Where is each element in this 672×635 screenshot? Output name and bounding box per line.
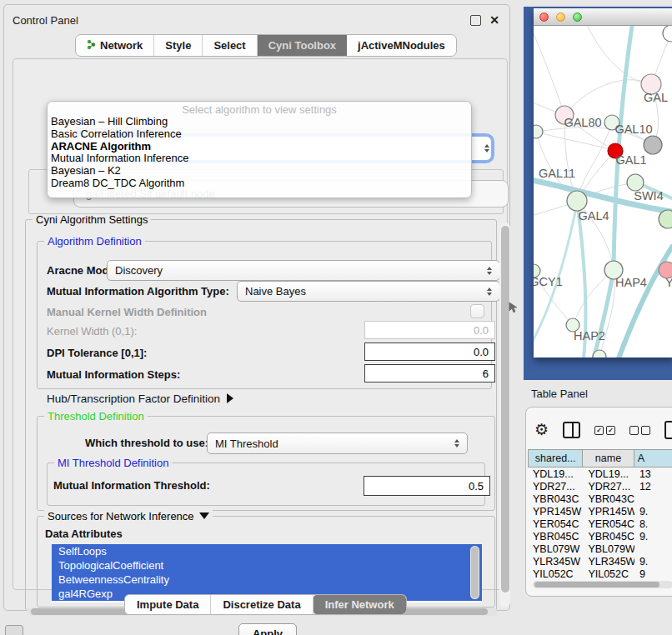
network-icon xyxy=(87,39,96,52)
algorithm-option[interactable]: Dream8 DC_TDC Algorithm xyxy=(48,178,471,190)
table-row[interactable]: YBL079WYBL079W xyxy=(528,542,672,555)
network-window[interactable]: GALGAL80GAL10GAL1GAL11SWI4GAL4GCY1HAP4YH… xyxy=(534,8,672,358)
algorithm-option[interactable]: ARACNE Algorithm xyxy=(48,141,471,153)
bottom-tab-infer-network[interactable]: Infer Network xyxy=(313,595,406,614)
node-label: SWI4 xyxy=(634,189,663,202)
algorithm-option[interactable]: Bayesian – K2 xyxy=(48,165,471,178)
deselect-all-icon[interactable] xyxy=(629,426,650,435)
table-toolbar: ⚙ ✓✓ xyxy=(534,419,672,441)
tab-label: Select xyxy=(213,39,245,52)
table-row[interactable]: YLR345WYLR345W9. xyxy=(528,555,672,568)
sources-title[interactable]: Sources for Network Inference xyxy=(44,510,213,522)
network-node[interactable] xyxy=(644,136,662,154)
network-node[interactable] xyxy=(663,26,672,42)
table-row[interactable]: YDR27...YDR27...12 xyxy=(528,480,672,492)
document-icon[interactable] xyxy=(664,421,672,439)
table-cell xyxy=(634,542,672,555)
column-header[interactable]: A xyxy=(634,449,672,468)
tab-label: Style xyxy=(165,39,191,52)
table-cell: YBL079W xyxy=(583,542,634,555)
mi-threshold-field[interactable]: 0.5 xyxy=(364,476,490,496)
apply-button[interactable]: Apply xyxy=(238,623,297,635)
gear-icon[interactable]: ⚙ xyxy=(534,422,549,438)
mi-threshold-definition-title: MI Threshold Definition xyxy=(54,457,172,469)
tab-select[interactable]: Select xyxy=(203,35,257,56)
table-cell: YLR345W xyxy=(583,555,634,568)
table-horizontal-scrollbar[interactable] xyxy=(533,581,672,588)
manual-kernel-label: Manual Kernel Width Definition xyxy=(47,306,207,318)
node-label: GAL80 xyxy=(564,116,601,129)
mouse-cursor xyxy=(509,302,519,313)
zoom-button[interactable] xyxy=(573,12,582,22)
bottom-tab-discretize-data[interactable]: Discretize Data xyxy=(211,595,313,614)
table-row[interactable]: YER054CYER054C8. xyxy=(528,518,672,530)
select-all-icon[interactable]: ✓✓ xyxy=(594,426,615,435)
algorithm-dropdown-popup: Select algorithm to view settings Bayesi… xyxy=(47,101,472,198)
mi-steps-field[interactable]: 6 xyxy=(364,364,495,382)
tab-network[interactable]: Network xyxy=(76,35,154,56)
mi-type-label: Mutual Information Algorithm Type: xyxy=(47,285,229,298)
control-panel-tabbar: NetworkStyleSelectCyni ToolboxjActiveMNo… xyxy=(75,34,457,57)
dpi-tolerance-field[interactable]: 0.0 xyxy=(364,342,495,361)
table-row[interactable]: YPR145WYPR145W9. xyxy=(528,505,672,518)
kernel-width-field[interactable]: 0.0 xyxy=(364,321,495,339)
attributes-scrollbar[interactable] xyxy=(470,546,479,599)
column-header[interactable]: shared... xyxy=(528,449,583,468)
table-cell: YER054C xyxy=(583,518,634,530)
manual-kernel-checkbox[interactable] xyxy=(470,304,484,318)
network-node[interactable] xyxy=(627,174,644,191)
minimize-button[interactable] xyxy=(556,12,565,22)
attribute-item[interactable]: SelfLoops xyxy=(52,544,482,558)
table-cell: YDR27... xyxy=(583,480,634,492)
table-cell: YBL079W xyxy=(528,542,583,555)
close-icon[interactable]: ✕ xyxy=(489,16,499,25)
table-cell: YIL052C xyxy=(583,568,634,579)
hub-definition-toggle[interactable]: Hub/Transcription Factor Definition xyxy=(47,392,233,405)
algorithm-option[interactable]: Basic Correlation Inference xyxy=(48,128,471,141)
which-threshold-combo[interactable]: MI Threshold xyxy=(207,432,468,454)
minimized-panel-tab[interactable] xyxy=(5,625,23,635)
table-row[interactable]: YBR045CYBR045C9. xyxy=(528,530,672,542)
expanded-arrow-icon xyxy=(199,512,209,519)
table-row[interactable]: YIL052CYIL052C9 xyxy=(528,568,672,579)
kernel-width-label: Kernel Width (0,1): xyxy=(47,325,137,338)
node-table[interactable]: shared...nameAYDL19...YDL19...13YDR27...… xyxy=(528,449,672,579)
mi-threshold-label: Mutual Information Threshold: xyxy=(53,479,210,492)
table-panel: ⚙ ✓✓ shared...nameAYDL19...YDL19...13YDR… xyxy=(525,407,672,597)
table-row[interactable]: YBR043CYBR043C xyxy=(528,492,672,505)
node-label: GAL1 xyxy=(615,153,646,167)
table-cell: YPR145W xyxy=(583,505,634,518)
mi-type-combo[interactable]: Naive Bayes xyxy=(237,281,500,302)
network-node[interactable] xyxy=(659,210,672,228)
algorithm-option[interactable]: Mutual Information Inference xyxy=(48,152,471,165)
table-cell: YIL052C xyxy=(528,568,583,579)
table-row[interactable]: YDL19...YDL19...13 xyxy=(528,468,672,480)
float-icon[interactable] xyxy=(470,15,481,26)
bottom-tabbar: Impute DataDiscretize DataInfer Network xyxy=(124,594,407,615)
aracne-mode-combo[interactable]: Discovery xyxy=(107,260,500,281)
network-edge xyxy=(536,132,615,151)
tab-jactivemnodules[interactable]: jActiveMNodules xyxy=(347,35,456,56)
network-node[interactable] xyxy=(534,125,543,138)
network-edge xyxy=(564,80,651,115)
network-window-titlebar[interactable] xyxy=(534,8,672,26)
table-cell: YDL19... xyxy=(583,468,634,480)
tab-cyni-toolbox[interactable]: Cyni Toolbox xyxy=(258,35,347,56)
table-cell: YBR045C xyxy=(583,530,634,542)
network-node[interactable] xyxy=(567,191,587,211)
algorithm-option[interactable]: Bayesian – Hill Climbing xyxy=(48,116,471,128)
tab-style[interactable]: Style xyxy=(154,35,203,56)
bottom-tab-impute-data[interactable]: Impute Data xyxy=(125,595,211,614)
close-button[interactable] xyxy=(539,12,549,22)
attribute-item[interactable]: BetweennessCentrality xyxy=(52,572,482,587)
network-canvas[interactable]: GALGAL80GAL10GAL1GAL11SWI4GAL4GCY1HAP4YH… xyxy=(534,26,672,358)
column-header[interactable]: name xyxy=(583,449,634,468)
panel-title: Control Panel xyxy=(13,14,78,27)
table-cell: 13 xyxy=(634,468,672,480)
node-label: GAL10 xyxy=(614,122,652,136)
settings-vertical-scrollbar[interactable] xyxy=(499,222,510,608)
split-view-icon[interactable] xyxy=(563,422,580,438)
which-threshold-label: Which threshold to use: xyxy=(85,437,208,449)
attribute-item[interactable]: TopologicalCoefficient xyxy=(52,558,482,572)
table-cell: YDL19... xyxy=(528,468,583,480)
